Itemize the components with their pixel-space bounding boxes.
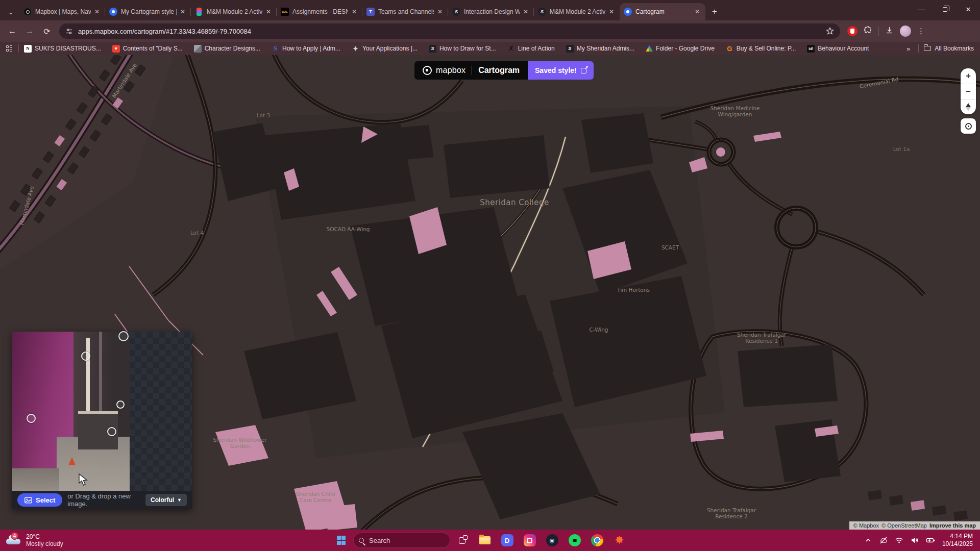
bookmark-suki-s-disastrous-[interactable]: NSUKI'S DISASTROUS... bbox=[24, 45, 101, 53]
geolocate-button[interactable] bbox=[961, 118, 976, 134]
windows-logo-icon bbox=[334, 533, 349, 548]
search-input[interactable] bbox=[368, 536, 434, 545]
tab-teams-and-channels-gen[interactable]: TTeams and Channels | Gen✕ bbox=[362, 3, 448, 20]
reload-button[interactable]: ⟳ bbox=[40, 24, 54, 38]
weather-widget[interactable]: 4 20°C Mostly cloudy bbox=[0, 533, 122, 547]
bookmark-behaviour-account[interactable]: bEBehaviour Account bbox=[807, 45, 869, 53]
tab-close-icon[interactable]: ✕ bbox=[350, 8, 358, 16]
reference-photo[interactable] bbox=[12, 332, 130, 491]
map-label-lot-1a: Lot 1a bbox=[893, 146, 910, 152]
tab-close-icon[interactable]: ✕ bbox=[693, 8, 701, 16]
tab-search-button[interactable]: ⌄ bbox=[3, 4, 18, 20]
tab-assignments-desn2742[interactable]: D2LAssignments - DESN2742✕ bbox=[277, 3, 362, 20]
tab-close-icon[interactable]: ✕ bbox=[93, 8, 101, 16]
taskbar-app-spotify[interactable]: ≋ bbox=[568, 534, 581, 547]
bookmark-character-designs-[interactable]: Character Designs... bbox=[194, 45, 260, 53]
tab-close-icon[interactable]: ✕ bbox=[264, 8, 273, 16]
bookmark-folder-google-drive[interactable]: Folder - Google Drive bbox=[646, 45, 715, 52]
taskbar-app-task-view[interactable] bbox=[455, 534, 469, 547]
zoom-in-button[interactable]: + bbox=[961, 68, 976, 84]
tray-battery-icon[interactable] bbox=[926, 536, 936, 544]
tab-my-cartogram-style-map[interactable]: My Cartogram style | Map✕ bbox=[105, 3, 191, 20]
all-bookmarks-button[interactable]: All Bookmarks bbox=[924, 45, 974, 52]
image-canvas[interactable] bbox=[12, 332, 192, 491]
address-bar[interactable]: apps.mapbox.com/cartogram/#17.33/43.4685… bbox=[59, 23, 840, 39]
tab-m-m-module-2-activity-1[interactable]: SM&M Module 2 Activity 1✕ bbox=[534, 3, 620, 20]
g-orange-icon: G bbox=[726, 45, 733, 53]
bookmark-how-to-apply-adm-[interactable]: SHow to Apply | Adm... bbox=[272, 45, 340, 53]
tab-title: Assignments - DESN2742 bbox=[292, 8, 348, 15]
tab-title: Teams and Channels | Gen bbox=[378, 8, 434, 15]
minimize-button[interactable]: — bbox=[910, 0, 933, 18]
color-handle-5[interactable] bbox=[107, 427, 116, 436]
downloads-icon[interactable] bbox=[885, 26, 894, 37]
photo-cone bbox=[68, 457, 76, 465]
bookmark-contents-of-daily-s-[interactable]: ♥Contents of "Daily S... bbox=[112, 45, 183, 53]
select-image-button[interactable]: Select bbox=[17, 493, 62, 507]
taskbar-app-chrome[interactable] bbox=[590, 534, 604, 547]
clock-time: 4:14 PM bbox=[942, 533, 973, 540]
zoom-out-button[interactable]: − bbox=[961, 84, 976, 99]
back-button[interactable]: ← bbox=[5, 24, 19, 38]
taskbar-app-file-explorer[interactable] bbox=[478, 534, 492, 547]
adblock-extension-icon[interactable] bbox=[847, 26, 857, 36]
palette-dropdown[interactable]: Colorful ▼ bbox=[145, 494, 187, 506]
taskbar-app-instagram[interactable] bbox=[523, 534, 536, 547]
attribution-osm[interactable]: © OpenStreetMap bbox=[881, 522, 927, 529]
taskbar-app-orange-star[interactable]: ✸ bbox=[612, 534, 626, 547]
close-button[interactable]: ✕ bbox=[957, 0, 980, 18]
bookmark-buy-sell-online-p-[interactable]: GBuy & Sell Online: P... bbox=[726, 45, 796, 53]
tray-onedrive-off-icon[interactable] bbox=[879, 536, 888, 544]
bookmark-how-to-draw-for-st-[interactable]: SHow to Draw for St... bbox=[429, 45, 496, 53]
extensions-puzzle-icon[interactable] bbox=[864, 26, 872, 37]
tab-close-icon[interactable]: ✕ bbox=[522, 8, 530, 16]
improve-map-link[interactable]: Improve this map bbox=[929, 522, 976, 529]
site-settings-icon[interactable] bbox=[65, 28, 73, 35]
taskbar-clock[interactable]: 4:14 PM 10/14/2025 bbox=[942, 533, 973, 548]
image-icon bbox=[24, 497, 32, 504]
browser-toolbar: ← → ⟳ apps.mapbox.com/cartogram/#17.33/4… bbox=[0, 20, 980, 42]
sheridan-icon: S bbox=[538, 8, 546, 16]
tab-close-icon[interactable]: ✕ bbox=[607, 8, 616, 16]
taskbar-app-discord[interactable]: D bbox=[500, 534, 514, 547]
color-handle-2[interactable] bbox=[81, 352, 90, 361]
tab-title: Mapbox | Maps, Navigation bbox=[35, 8, 91, 15]
mapbox-brand-pill[interactable]: mapbox Cartogram bbox=[414, 61, 528, 80]
cartogram-header: mapbox Cartogram Saved style! bbox=[414, 61, 594, 80]
attribution-mapbox[interactable]: © Mapbox bbox=[853, 522, 879, 529]
profile-avatar[interactable] bbox=[900, 26, 911, 37]
bookmark-your-applications-[interactable]: ✦Your Applications |... bbox=[352, 45, 418, 53]
photo-floor-near bbox=[12, 468, 59, 491]
bookmark-my-sheridan-admis-[interactable]: SMy Sheridan Admis... bbox=[566, 45, 634, 53]
bookmark-line-of-action[interactable]: XLine of Action bbox=[507, 45, 555, 53]
bookmark-star-icon[interactable] bbox=[826, 27, 834, 35]
bookmark-label: How to Draw for St... bbox=[439, 45, 496, 52]
gray-star-icon: ✦ bbox=[352, 45, 359, 53]
browser-menu-icon[interactable]: ⋮ bbox=[917, 27, 925, 36]
taskbar-search[interactable] bbox=[353, 533, 450, 548]
apps-grid-icon[interactable] bbox=[6, 45, 12, 52]
tray-chevron-up-icon[interactable] bbox=[864, 536, 872, 544]
tray-volume-icon[interactable] bbox=[910, 536, 919, 544]
saved-style-button[interactable]: Saved style! bbox=[528, 61, 594, 80]
color-handle-4[interactable] bbox=[116, 400, 125, 409]
color-handle-1[interactable] bbox=[118, 331, 129, 341]
bookmark-label: Behaviour Account bbox=[818, 45, 869, 52]
bookmarks-overflow-chevron[interactable]: » bbox=[906, 45, 910, 53]
tab-m-m-module-2-activity-1[interactable]: M&M Module 2 Activity 1✕ bbox=[191, 3, 277, 20]
tab-mapbox-maps-navigation[interactable]: Mapbox | Maps, Navigation✕ bbox=[19, 3, 105, 20]
url-text[interactable]: apps.mapbox.com/cartogram/#17.33/43.4685… bbox=[78, 28, 822, 35]
tab-interaction-design-week-[interactable]: SInteraction Design Week 6✕ bbox=[448, 3, 534, 20]
compass-button[interactable] bbox=[961, 99, 976, 114]
start-button[interactable] bbox=[334, 534, 348, 547]
new-tab-button[interactable]: + bbox=[707, 5, 722, 19]
tray-wifi-icon[interactable] bbox=[895, 536, 903, 544]
forward-button[interactable]: → bbox=[22, 24, 37, 38]
tab-close-icon[interactable]: ✕ bbox=[436, 8, 444, 16]
taskbar-app-steam[interactable]: ◉ bbox=[545, 534, 559, 547]
bookmark-label: My Sheridan Admis... bbox=[577, 45, 634, 52]
tab-cartogram[interactable]: Cartogram✕ bbox=[620, 3, 705, 20]
color-handle-3[interactable] bbox=[27, 414, 36, 423]
tab-close-icon[interactable]: ✕ bbox=[179, 8, 187, 16]
restore-button[interactable] bbox=[933, 0, 957, 18]
